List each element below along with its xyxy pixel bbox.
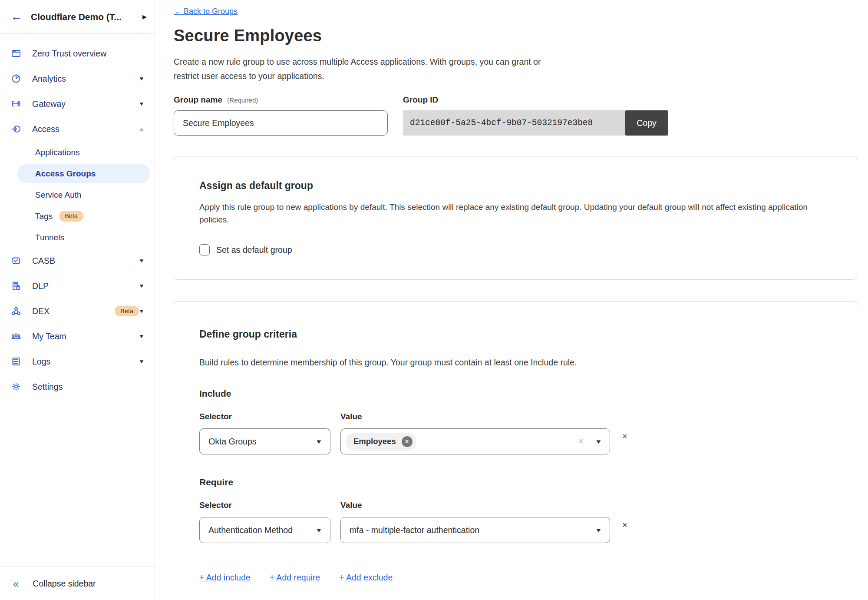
- casb-check-icon: [10, 255, 23, 266]
- assign-default-description: Apply this rule group to new application…: [199, 201, 812, 226]
- sidebar-item-applications[interactable]: Applications: [0, 142, 155, 163]
- criteria-description: Build rules to determine membership of t…: [199, 358, 832, 368]
- set-default-group-checkbox[interactable]: [199, 244, 210, 255]
- value-tag-label: Employees: [353, 437, 396, 446]
- logs-list-icon: [10, 356, 23, 367]
- collapse-sidebar-label: Collapse sidebar: [33, 579, 96, 589]
- include-value-multiselect[interactable]: Employees × × ▼: [340, 428, 610, 454]
- include-selector-dropdown[interactable]: Okta Groups ▼: [199, 428, 330, 454]
- group-id-field-group: Group ID d21ce80f-5a25-4bcf-9b07-5032197…: [403, 95, 668, 136]
- sidebar-item-label: DEX: [32, 306, 108, 316]
- sidebar-subitem-label: Tunnels: [35, 233, 64, 242]
- sidebar-subitem-label: Tags: [35, 212, 53, 221]
- group-name-input[interactable]: [174, 110, 388, 136]
- add-include-link[interactable]: + Add include: [199, 573, 251, 583]
- assign-default-title: Assign as default group: [199, 180, 832, 192]
- access-login-icon: [10, 124, 23, 134]
- sidebar-item-label: Analytics: [32, 74, 139, 84]
- group-name-label: Group name: [174, 95, 222, 104]
- sidebar-header: ← Cloudflare Demo (T... ▶: [0, 0, 155, 34]
- chevron-down-icon[interactable]: ▼: [139, 308, 145, 314]
- remove-require-rule-icon[interactable]: ×: [622, 520, 627, 529]
- sidebar-item-logs[interactable]: Logs ▼: [0, 349, 155, 374]
- sidebar-item-tags[interactable]: Tags Beta: [0, 206, 155, 227]
- sidebar-item-settings[interactable]: Settings: [0, 374, 155, 399]
- define-group-criteria-card: Define group criteria Build rules to det…: [174, 301, 857, 600]
- include-heading: Include: [199, 388, 832, 399]
- sidebar-item-casb[interactable]: CASB ▼: [0, 248, 155, 273]
- criteria-title: Define group criteria: [199, 328, 832, 340]
- require-value-text: mfa - multiple-factor authentication: [350, 525, 479, 535]
- chevron-up-icon[interactable]: ▲: [139, 126, 145, 132]
- sidebar: ← Cloudflare Demo (T... ▶ Zero Trust ove…: [0, 0, 155, 600]
- back-to-groups-link[interactable]: ← Back to Groups: [174, 7, 238, 16]
- value-tag: Employees ×: [346, 433, 416, 451]
- sidebar-nav: Zero Trust overview Analytics ▼ Gateway …: [0, 34, 155, 399]
- include-value-label: Value: [340, 412, 610, 421]
- sidebar-item-my-team[interactable]: My Team ▼: [0, 324, 155, 349]
- require-value-label: Value: [340, 501, 610, 510]
- sidebar-item-dlp[interactable]: DLP ▼: [0, 273, 155, 298]
- add-require-link[interactable]: + Add require: [270, 573, 320, 583]
- chevron-down-icon: ▼: [315, 438, 323, 445]
- back-arrow-icon[interactable]: ←: [10, 11, 22, 23]
- include-selector-value: Okta Groups: [208, 437, 257, 447]
- required-hint: (Required): [227, 96, 258, 104]
- assign-default-group-card: Assign as default group Apply this rule …: [174, 156, 857, 280]
- document-lock-icon: [10, 281, 23, 291]
- account-name[interactable]: Cloudflare Demo (T...: [31, 12, 142, 22]
- tag-remove-icon[interactable]: ×: [402, 436, 413, 447]
- clear-values-icon[interactable]: ×: [578, 436, 584, 447]
- sidebar-item-service-auth[interactable]: Service Auth: [0, 184, 155, 206]
- require-heading: Require: [199, 477, 832, 487]
- chevron-down-icon[interactable]: ▼: [139, 283, 145, 289]
- sidebar-item-label: Gateway: [32, 99, 139, 109]
- copy-button[interactable]: Copy: [625, 110, 668, 136]
- add-exclude-link[interactable]: + Add exclude: [339, 573, 393, 583]
- account-expand-icon[interactable]: ▶: [142, 13, 147, 20]
- include-selector-label: Selector: [199, 412, 330, 421]
- sidebar-item-label: Logs: [32, 357, 139, 367]
- sidebar-item-access[interactable]: Access ▲: [0, 116, 155, 142]
- chevron-down-icon[interactable]: ▼: [139, 258, 145, 264]
- require-value-dropdown[interactable]: mfa - multiple-factor authentication ▼: [340, 517, 610, 543]
- sidebar-item-label: My Team: [32, 331, 139, 341]
- sidebar-subitem-label: Service Auth: [35, 190, 82, 200]
- sidebar-item-dex[interactable]: DEX Beta ▼: [0, 298, 155, 324]
- chevron-down-icon: ▼: [595, 438, 602, 445]
- remove-include-rule-icon[interactable]: ×: [622, 432, 627, 441]
- rule-actions: + Add include + Add require + Add exclud…: [199, 573, 832, 583]
- access-submenu: Applications Access Groups Service Auth …: [0, 142, 155, 248]
- sidebar-item-label: Zero Trust overview: [32, 49, 144, 59]
- chevron-down-icon: ▼: [315, 527, 323, 534]
- collapse-sidebar-button[interactable]: « Collapse sidebar: [0, 566, 155, 600]
- sidebar-item-access-groups[interactable]: Access Groups: [17, 164, 150, 183]
- chevron-down-icon[interactable]: ▼: [139, 101, 145, 107]
- sidebar-item-tunnels[interactable]: Tunnels: [0, 227, 155, 248]
- chevron-down-icon[interactable]: ▼: [139, 358, 145, 365]
- sidebar-subitem-label: Access Groups: [35, 169, 96, 179]
- network-nodes-icon: [10, 306, 23, 316]
- sidebar-item-analytics[interactable]: Analytics ▼: [0, 66, 155, 91]
- sidebar-item-label: DLP: [32, 281, 139, 291]
- pie-chart-icon: [10, 73, 23, 84]
- people-icon: [10, 331, 23, 341]
- page-title: Secure Employees: [174, 27, 868, 45]
- gateway-icon: [10, 99, 23, 109]
- group-id-value: d21ce80f-5a25-4bcf-9b07-5032197e3be8: [403, 110, 625, 136]
- sidebar-item-label: Access: [32, 124, 139, 134]
- require-rule-row: Selector Authentication Method ▼ Value m…: [199, 501, 832, 543]
- sidebar-item-zero-trust-overview[interactable]: Zero Trust overview: [0, 41, 155, 66]
- chevron-down-icon[interactable]: ▼: [139, 76, 145, 82]
- require-selector-label: Selector: [199, 501, 330, 510]
- require-selector-value: Authentication Method: [208, 525, 293, 535]
- group-id-label: Group ID: [403, 95, 668, 105]
- sidebar-item-label: CASB: [32, 256, 139, 266]
- main-content: ← Back to Groups Secure Employees Create…: [155, 0, 868, 600]
- chevron-down-icon[interactable]: ▼: [139, 333, 145, 339]
- sidebar-item-gateway[interactable]: Gateway ▼: [0, 91, 155, 116]
- require-selector-dropdown[interactable]: Authentication Method ▼: [199, 517, 330, 543]
- set-default-group-label: Set as default group: [216, 245, 292, 255]
- group-name-id-row: Group name (Required) Group ID d21ce80f-…: [174, 95, 868, 136]
- sidebar-item-label: Settings: [32, 382, 144, 392]
